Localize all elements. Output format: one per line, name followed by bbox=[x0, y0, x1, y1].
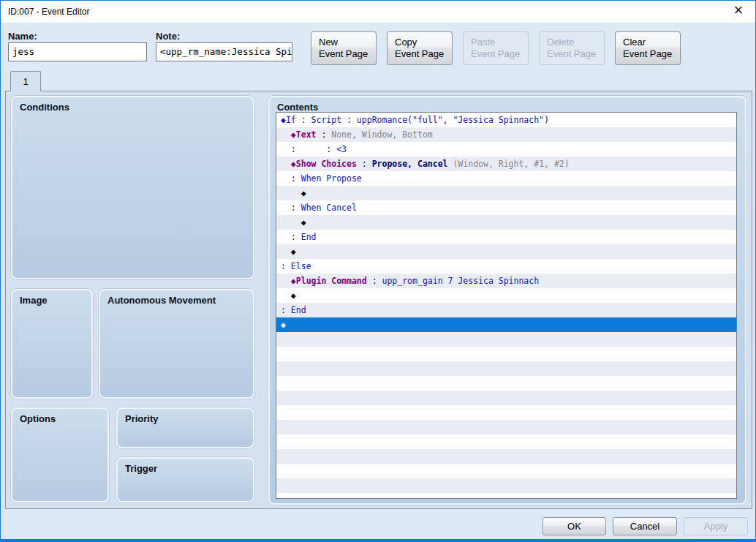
command-text-segment: If : Script : uppRomance("full", "Jessic… bbox=[286, 115, 549, 125]
button-label: Event Page bbox=[623, 48, 680, 60]
ok-button[interactable]: OK bbox=[543, 517, 606, 535]
command-text-segment: ◆Show Choices bbox=[291, 159, 357, 169]
apply-button: Apply bbox=[684, 517, 748, 535]
empty-row[interactable] bbox=[276, 376, 736, 391]
button-label: Event Page bbox=[471, 48, 528, 60]
command-text-segment: ◆Text bbox=[291, 129, 317, 140]
command-text-segment: When Propose bbox=[301, 173, 362, 184]
clear-event-page-button[interactable]: Clear Event Page bbox=[615, 31, 681, 65]
event-command-row[interactable]: : When Propose bbox=[276, 171, 736, 186]
button-label: Event Page bbox=[395, 48, 452, 60]
tab-page-1[interactable]: 1 bbox=[10, 71, 41, 91]
command-text-segment: <3 bbox=[336, 144, 347, 154]
trigger-title: Trigger bbox=[125, 463, 157, 474]
note-label: Note: bbox=[156, 31, 180, 42]
command-text-segment: ◆ bbox=[281, 246, 296, 257]
event-command-row[interactable]: : End bbox=[276, 303, 736, 317]
window-title: ID:007 - Event Editor bbox=[8, 7, 89, 17]
button-label: Delete bbox=[547, 37, 604, 48]
command-text-segment: : bbox=[281, 203, 301, 213]
command-text-segment: ◆ bbox=[281, 320, 286, 330]
command-text-segment: ◆ bbox=[281, 290, 296, 301]
event-command-row[interactable]: ◆ bbox=[276, 215, 736, 230]
empty-row[interactable] bbox=[276, 493, 736, 499]
command-text-segment: : bbox=[316, 129, 331, 140]
cancel-button-label: Cancel bbox=[630, 521, 659, 532]
command-text-segment: ◆Plugin Command bbox=[291, 276, 367, 286]
movement-group: Autonomous Movement bbox=[99, 289, 254, 399]
copy-event-page-button[interactable]: Copy Event Page bbox=[387, 31, 453, 65]
command-text-segment: End bbox=[301, 232, 317, 242]
event-editor-window: ID:007 - Event Editor × Name: jess Note:… bbox=[0, 0, 756, 542]
movement-title: Autonomous Movement bbox=[107, 295, 216, 306]
command-text-segment: ◆ bbox=[281, 188, 306, 198]
contents-title: Contents bbox=[277, 102, 318, 113]
command-text-segment: Else bbox=[291, 261, 311, 271]
conditions-title: Conditions bbox=[20, 102, 69, 113]
cancel-button[interactable]: Cancel bbox=[613, 517, 677, 535]
empty-row[interactable] bbox=[276, 464, 736, 478]
options-title: Options bbox=[20, 413, 56, 424]
command-text-segment: ◆ bbox=[281, 115, 286, 125]
paste-event-page-button: Paste Event Page bbox=[463, 31, 529, 65]
empty-row[interactable] bbox=[276, 347, 736, 361]
command-text-segment: : bbox=[357, 159, 372, 169]
close-icon[interactable]: × bbox=[727, 1, 749, 21]
empty-row[interactable] bbox=[276, 420, 736, 434]
event-command-row[interactable]: ◆ bbox=[276, 244, 736, 259]
ok-button-label: OK bbox=[567, 521, 581, 532]
event-command-row[interactable]: ◆ bbox=[276, 186, 736, 200]
empty-row[interactable] bbox=[276, 391, 736, 405]
command-text-segment: : bbox=[281, 173, 301, 184]
trigger-group: Trigger bbox=[116, 457, 254, 503]
note-input[interactable]: <upp_rm_name:Jessica Spinn bbox=[156, 42, 292, 61]
button-label: New bbox=[319, 37, 376, 48]
event-command-row[interactable]: ◆ bbox=[276, 288, 736, 303]
empty-row[interactable] bbox=[276, 332, 736, 347]
event-command-row[interactable]: ◆ bbox=[276, 317, 736, 332]
empty-row[interactable] bbox=[276, 361, 736, 376]
titlebar: ID:007 - Event Editor × bbox=[1, 1, 755, 23]
name-label: Name: bbox=[8, 31, 37, 42]
button-label: Paste bbox=[471, 37, 528, 48]
button-label: Copy bbox=[395, 37, 452, 48]
command-text-segment: End bbox=[291, 305, 306, 315]
event-command-row[interactable]: : : <3 bbox=[276, 142, 736, 157]
empty-row[interactable] bbox=[276, 478, 736, 493]
command-text-segment: (Window, Right, #1, #2) bbox=[448, 159, 570, 169]
priority-title: Priority bbox=[125, 413, 159, 424]
command-text-segment: upp_rom_gain 7 Jessica Spinnach bbox=[382, 276, 540, 286]
empty-row[interactable] bbox=[276, 405, 736, 420]
name-input[interactable]: jess bbox=[8, 42, 147, 61]
priority-group: Priority bbox=[116, 407, 254, 448]
command-text-segment bbox=[281, 129, 291, 140]
conditions-group: Conditions bbox=[11, 96, 254, 279]
event-command-row[interactable]: ◆Plugin Command : upp_rom_gain 7 Jessica… bbox=[276, 274, 736, 288]
image-title: Image bbox=[20, 295, 48, 306]
command-text-segment: None, Window, Bottom bbox=[331, 129, 432, 140]
event-command-row[interactable]: : Else bbox=[276, 259, 736, 274]
contents-list[interactable]: ◆If : Script : uppRomance("full", "Jessi… bbox=[276, 112, 737, 499]
button-label: Event Page bbox=[319, 48, 376, 60]
event-command-row[interactable]: : When Cancel bbox=[276, 200, 736, 215]
apply-button-label: Apply bbox=[704, 521, 728, 532]
command-text-segment: : bbox=[281, 232, 301, 242]
event-command-row[interactable]: ◆If : Script : uppRomance("full", "Jessi… bbox=[276, 113, 736, 127]
command-text-segment: When Cancel bbox=[301, 203, 357, 213]
delete-event-page-button: Delete Event Page bbox=[539, 31, 605, 65]
image-group: Image bbox=[11, 289, 93, 399]
command-text-segment bbox=[281, 159, 291, 169]
event-command-row[interactable]: ◆Text : None, Window, Bottom bbox=[276, 127, 736, 142]
event-command-row[interactable]: : End bbox=[276, 230, 736, 244]
command-text-segment: : : bbox=[281, 144, 336, 154]
new-event-page-button[interactable]: New Event Page bbox=[311, 31, 377, 65]
command-text-segment: : bbox=[367, 276, 382, 286]
event-command-row[interactable]: ◆Show Choices : Propose, Cancel (Window,… bbox=[276, 157, 736, 171]
command-text-segment: ◆ bbox=[281, 217, 306, 227]
command-text-segment bbox=[281, 276, 291, 286]
button-label: Event Page bbox=[547, 48, 604, 60]
empty-row[interactable] bbox=[276, 434, 736, 449]
button-label: Clear bbox=[623, 37, 680, 48]
command-text-segment: Propose, Cancel bbox=[372, 159, 448, 169]
empty-row[interactable] bbox=[276, 449, 736, 464]
